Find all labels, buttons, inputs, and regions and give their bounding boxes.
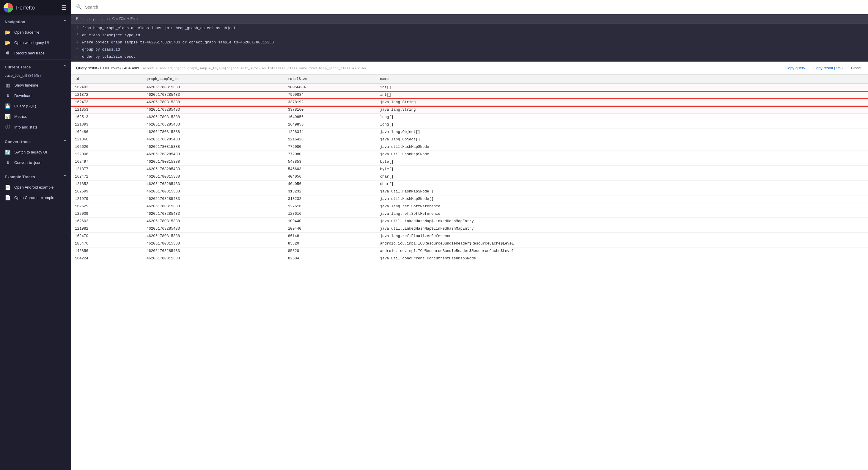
cell-size: 3378160: [284, 106, 377, 114]
copy-query-button[interactable]: Copy query: [783, 64, 807, 71]
sidebar-item-switch-legacy[interactable]: 🔄 Switch to legacy UI: [0, 147, 71, 157]
col-header-ts: graph_sample_ts: [143, 75, 284, 84]
cell-ts: 462061780815388: [143, 84, 284, 91]
line-number: 6: [71, 54, 82, 59]
metrics-icon: 📊: [5, 114, 11, 119]
table-row[interactable]: 162629 462061780815388 127616 java.lang.…: [71, 203, 868, 210]
search-icon: 🔍: [76, 4, 82, 10]
search-input[interactable]: [85, 5, 863, 9]
cell-name: java.util.HashMap$Node: [377, 151, 868, 158]
cell-name: android.icu.impl.ICUResourceBundleReader…: [377, 247, 868, 255]
cell-size: 10056884: [284, 84, 377, 91]
table-row[interactable]: 122006 462051768285433 772080 java.util.…: [71, 151, 868, 158]
table-row[interactable]: 121982 462051768285433 109440 java.util.…: [71, 225, 868, 233]
sidebar-item-show-timeline[interactable]: ▦ Show timeline: [0, 80, 71, 90]
cell-ts: 462061780815388: [143, 99, 284, 106]
table-row[interactable]: 186476 462061780815388 85820 android.icu…: [71, 240, 868, 247]
sidebar-item-open-trace-file[interactable]: 📂 Open trace file: [0, 27, 71, 37]
cell-size: 1649856: [284, 121, 377, 128]
cell-size: 85820: [284, 247, 377, 255]
table-row[interactable]: 162513 462061780815388 1649856 long[]: [71, 114, 868, 121]
cell-id: 121982: [71, 225, 143, 233]
file-open-icon: 📂: [5, 29, 11, 35]
cell-name: long[]: [377, 114, 868, 121]
table-row[interactable]: 122009 462051768285433 127616 java.lang.…: [71, 210, 868, 218]
table-row[interactable]: 162486 462061780815388 1228344 java.lang…: [71, 128, 868, 136]
cell-ts: 462061780815388: [143, 128, 284, 136]
table-row[interactable]: 162626 462061780815388 772080 java.util.…: [71, 143, 868, 151]
sidebar-item-record-new-trace[interactable]: ⏺ Record new trace: [0, 48, 71, 58]
result-table-container: id graph_sample_ts totalSize name 162492…: [71, 75, 868, 470]
cell-id: 186476: [71, 240, 143, 247]
sidebar-item-label: Query (SQL): [14, 104, 36, 108]
query-lines[interactable]: 2 from heap_graph_class as class inner j…: [71, 24, 868, 62]
result-bar: Query result (10000 rows) - 404.4ms sele…: [71, 62, 868, 75]
table-row[interactable]: 121872 462051768285433 7999884 int[]: [71, 91, 868, 99]
cell-name: char[]: [377, 173, 868, 181]
cell-ts: 462051768285433: [143, 196, 284, 203]
table-row[interactable]: 162602 462061780815388 109440 java.util.…: [71, 218, 868, 225]
cell-size: 404056: [284, 181, 377, 188]
cell-size: 109440: [284, 225, 377, 233]
table-row[interactable]: 162497 462061780815388 548853 byte[]: [71, 158, 868, 166]
search-bar: 🔍: [71, 0, 868, 14]
convert-chevron-icon: ⌃: [63, 139, 67, 145]
sidebar-item-convert-json[interactable]: ⬇ Convert to .json: [0, 157, 71, 168]
hamburger-button[interactable]: ☰: [60, 3, 68, 12]
table-row[interactable]: 162473 462061780815388 3378192 java.lang…: [71, 99, 868, 106]
table-row[interactable]: 145856 462051768285433 85820 android.icu…: [71, 247, 868, 255]
col-header-name: name: [377, 75, 868, 84]
sidebar-item-query-sql[interactable]: 💾 Query (SQL): [0, 101, 71, 111]
cell-name: int[]: [377, 84, 868, 91]
line-number: 2: [71, 25, 82, 31]
cell-size: 545603: [284, 166, 377, 173]
cell-name: java.util.HashMap$Node: [377, 143, 868, 151]
sidebar-item-chrome-example[interactable]: 📄 Open Chrome example: [0, 193, 71, 203]
result-query-snippet: select class.id,object.graph_sample_ts,s…: [143, 67, 372, 70]
query-line: 3 on class.id=object.type_id: [71, 32, 868, 39]
cell-ts: 462051768285433: [143, 166, 284, 173]
table-row[interactable]: 121979 462051768285433 313232 java.util.…: [71, 196, 868, 203]
current-trace-label: Current Trace: [5, 65, 31, 69]
table-row[interactable]: 121853 462051768285433 3378160 java.lang…: [71, 106, 868, 114]
cell-ts: 462061780815388: [143, 203, 284, 210]
cell-id: 162486: [71, 128, 143, 136]
table-row[interactable]: 121866 462051768285433 1216428 java.lang…: [71, 136, 868, 143]
cell-ts: 462061780815388: [143, 218, 284, 225]
cell-name: java.lang.String: [377, 99, 868, 106]
table-row[interactable]: 162599 462061780815388 313232 java.util.…: [71, 188, 868, 196]
table-row[interactable]: 164224 462061780815388 82584 java.util.c…: [71, 255, 868, 262]
cell-size: 82584: [284, 255, 377, 262]
cell-id: 162629: [71, 203, 143, 210]
sidebar-item-download[interactable]: ⬇ Download: [0, 90, 71, 101]
nav-section-label: Navigation: [5, 20, 25, 24]
table-row[interactable]: 121852 462051768285433 404056 char[]: [71, 181, 868, 188]
copy-result-button[interactable]: Copy result (.tsv): [811, 64, 845, 71]
cell-ts: 462051768285433: [143, 121, 284, 128]
sidebar-item-label: Show timeline: [14, 83, 38, 87]
record-icon: ⏺: [5, 50, 11, 56]
cell-ts: 462051768285433: [143, 136, 284, 143]
cell-name: java.util.concurrent.ConcurrentHashMap$N…: [377, 255, 868, 262]
line-code: from heap_graph_class as class inner joi…: [82, 25, 236, 31]
cell-ts: 462061780815388: [143, 233, 284, 240]
sidebar-header: Perfetto ☰: [0, 0, 71, 16]
sidebar-item-android-example[interactable]: 📄 Open Android example: [0, 182, 71, 193]
sidebar-item-open-legacy-ui[interactable]: 📂 Open with legacy UI: [0, 37, 71, 48]
trace-filename: trace_60s_diff (84 MB): [0, 72, 71, 80]
sidebar-item-metrics[interactable]: 📊 Metrics: [0, 111, 71, 122]
sidebar-item-info-stats[interactable]: ⓘ Info and stats: [0, 122, 71, 133]
cell-size: 85820: [284, 240, 377, 247]
table-row[interactable]: 162470 462061780815388 86148 java.lang.r…: [71, 233, 868, 240]
cell-name: java.lang.String: [377, 106, 868, 114]
table-row[interactable]: 162492 462061780815388 10056884 int[]: [71, 84, 868, 91]
table-row[interactable]: 121893 462051768285433 1649856 long[]: [71, 121, 868, 128]
cell-ts: 462061780815388: [143, 114, 284, 121]
table-row[interactable]: 121877 462051768285433 545603 byte[]: [71, 166, 868, 173]
line-code: on class.id=object.type_id: [82, 32, 140, 38]
cell-id: 162472: [71, 173, 143, 181]
close-button[interactable]: Close: [849, 64, 863, 71]
line-number: 4: [71, 39, 82, 45]
table-row[interactable]: 162472 462061780815388 404056 char[]: [71, 173, 868, 181]
cell-ts: 462061780815388: [143, 158, 284, 166]
